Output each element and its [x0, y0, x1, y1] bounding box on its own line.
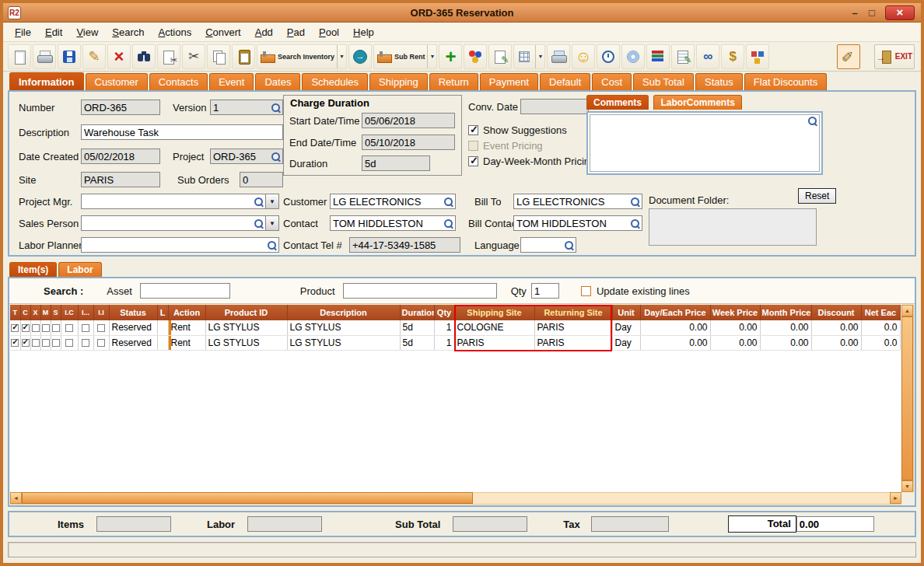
row-1-flag-t[interactable]	[10, 320, 20, 335]
site-field[interactable]	[81, 172, 160, 187]
row-2-qty[interactable]: 1	[434, 335, 454, 350]
customer-search-icon[interactable]	[443, 197, 453, 207]
column-header-description[interactable]: Description	[287, 305, 400, 320]
row-1-status[interactable]: Reserved	[109, 320, 157, 335]
labor-planner-search-icon[interactable]	[267, 240, 277, 250]
connect-link-button[interactable]	[696, 44, 719, 69]
start-date-field[interactable]	[362, 113, 455, 128]
menu-add[interactable]: Add	[248, 24, 280, 40]
row-1-flag-x[interactable]	[30, 320, 40, 335]
sub-orders-field[interactable]	[240, 172, 283, 187]
sub-rent-button[interactable]: Sub Rent▼	[373, 44, 437, 69]
contact-tel-field[interactable]	[349, 237, 460, 253]
column-header-c[interactable]: C	[20, 305, 30, 320]
comments-textarea[interactable]	[590, 114, 820, 172]
version-search-icon[interactable]	[271, 103, 281, 113]
row-2-status[interactable]: Reserved	[109, 335, 157, 350]
magic-wand-button[interactable]	[837, 44, 860, 69]
tab-payment[interactable]: Payment	[480, 73, 538, 90]
items-total-field[interactable]	[96, 516, 171, 532]
cd-disk-button[interactable]	[621, 44, 645, 69]
exit-button[interactable]: EXIT	[874, 44, 915, 69]
row-1-flag-m[interactable]	[40, 320, 51, 335]
row-1-duration[interactable]: 5d	[400, 320, 434, 335]
row-1-flag-i-c[interactable]	[61, 320, 78, 335]
row-2-duration[interactable]: 5d	[400, 335, 434, 350]
column-header-day-each-price[interactable]: Day/Each Price	[640, 305, 710, 320]
product-search-input[interactable]	[343, 283, 497, 299]
contact-field[interactable]	[330, 215, 456, 231]
hscroll-thumb[interactable]	[22, 492, 473, 504]
column-header-s[interactable]: S	[51, 305, 61, 320]
row-2-week-price[interactable]: 0.00	[710, 335, 760, 350]
row-2-shipping-site[interactable]: PARIS	[454, 335, 534, 350]
row-1-action[interactable]: Rent	[168, 320, 205, 335]
row-1-unit[interactable]: Day	[612, 320, 640, 335]
project-search-icon[interactable]	[271, 152, 281, 162]
time-clock-button[interactable]	[597, 44, 620, 69]
event-pricing-checkbox[interactable]	[468, 141, 478, 151]
column-header-unit[interactable]: Unit	[612, 305, 640, 320]
row-1-week-price[interactable]: 0.00	[710, 320, 760, 335]
duration-field[interactable]	[362, 155, 430, 171]
tab-shipping[interactable]: Shipping	[369, 73, 428, 90]
tab-labor-comments[interactable]: LaborComments	[653, 95, 741, 110]
column-header-month-price[interactable]: Month Price	[760, 305, 811, 320]
search-inventory-button[interactable]: Search Inventory▼	[257, 44, 347, 69]
bill-contact-field[interactable]	[513, 215, 642, 231]
row-1-returning-site[interactable]: PARIS	[534, 320, 612, 335]
copy-button[interactable]	[207, 44, 230, 69]
day-week-month-checkbox[interactable]	[468, 156, 478, 166]
language-search-icon[interactable]	[564, 240, 574, 250]
row-2-description[interactable]: LG STYLUS	[287, 335, 400, 350]
hscroll-right-button[interactable]: ►	[890, 492, 901, 504]
add-item-button[interactable]	[439, 44, 462, 69]
print-report-button[interactable]	[547, 44, 570, 69]
column-header-i-i[interactable]: I.I	[93, 305, 109, 320]
row-2-net-each[interactable]: 0.0	[861, 335, 900, 350]
row-2-month-price[interactable]: 0.00	[760, 335, 811, 350]
tab-information[interactable]: Information	[9, 72, 84, 90]
row-1-qty[interactable]: 1	[434, 320, 454, 335]
tab-contacts[interactable]: Contacts	[149, 73, 208, 90]
reset-button[interactable]: Reset	[798, 188, 836, 204]
goods-out-button[interactable]	[348, 44, 372, 69]
financials-money-button[interactable]	[721, 44, 744, 69]
menu-file[interactable]: File	[8, 24, 38, 40]
end-date-field[interactable]	[362, 135, 455, 150]
menu-actions[interactable]: Actions	[152, 24, 199, 40]
column-header-duration[interactable]: Duration	[400, 305, 434, 320]
tab-default[interactable]: Default	[540, 73, 590, 90]
qty-input[interactable]	[531, 283, 559, 299]
column-header-status[interactable]: Status	[109, 305, 157, 320]
menu-convert[interactable]: Convert	[198, 24, 248, 40]
vscroll-thumb[interactable]	[901, 316, 913, 480]
date-created-field[interactable]	[81, 148, 160, 164]
row-1-day-each-price[interactable]: 0.00	[640, 320, 710, 335]
item-grid[interactable]: TCXMSI.CI...I.IStatusLActionProduct IDDe…	[10, 305, 901, 351]
new-document-button[interactable]	[8, 44, 31, 69]
tab-customer[interactable]: Customer	[86, 73, 148, 90]
menu-search[interactable]: Search	[105, 24, 151, 40]
column-header-l[interactable]: L	[157, 305, 168, 320]
column-header-i-[interactable]: I...	[78, 305, 93, 320]
row-2-day-each-price[interactable]: 0.00	[640, 335, 710, 350]
sub-rent-dropdown[interactable]: ▼	[427, 45, 435, 68]
edit-note-button[interactable]	[488, 44, 512, 69]
row-1-l[interactable]	[157, 320, 168, 335]
notes-edit-button[interactable]	[671, 44, 695, 69]
column-header-product-id[interactable]: Product ID	[205, 305, 287, 320]
number-field[interactable]	[81, 100, 160, 115]
description-field[interactable]	[81, 124, 283, 140]
tab-flat-discounts[interactable]: Flat Discounts	[744, 73, 827, 90]
tab-dates[interactable]: Dates	[255, 73, 300, 90]
find-binoculars-button[interactable]	[132, 44, 156, 69]
row-2-product-id[interactable]: LG STYLUS	[205, 335, 287, 350]
column-header-discount[interactable]: Discount	[811, 305, 861, 320]
conv-date-field[interactable]	[520, 99, 589, 114]
customer-field[interactable]	[330, 194, 456, 209]
tab-comments[interactable]: Comments	[586, 95, 649, 110]
labor-total-field[interactable]	[247, 516, 322, 532]
packages-cubes-button[interactable]	[746, 44, 769, 69]
row-2-flag-i-i[interactable]	[93, 335, 109, 350]
